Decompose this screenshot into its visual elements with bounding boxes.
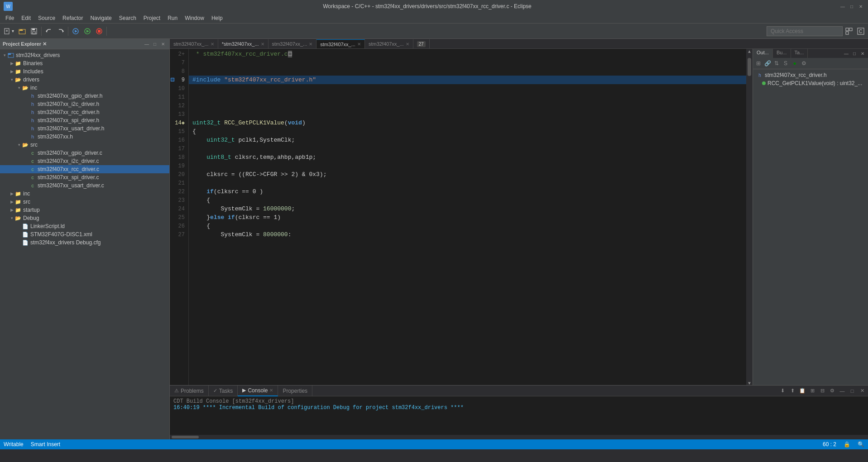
outline-collapse-all[interactable]: ⊞ [755,60,762,67]
bottom-ctrl-4[interactable]: ⊞ [808,387,816,395]
menu-navigate[interactable]: Navigate [86,14,115,22]
toolbar-redo[interactable] [55,25,66,37]
bottom-ctrl-3[interactable]: 📋 [798,387,806,395]
tree-item-usart-c[interactable]: ▶ c stm32f407xx_usart_driver.c [0,181,169,190]
close-button[interactable]: ✕ [857,3,864,10]
bottom-ctrl-1[interactable]: ⬇ [778,387,786,395]
tree-arrow-binaries[interactable]: ▶ [9,61,14,66]
sidebar-maximize[interactable]: □ [151,40,158,48]
toolbar-perspectives[interactable] [844,25,854,37]
tab-2[interactable]: *stm32f407xx_... ✕ [218,39,269,48]
tree-item-gpio-c[interactable]: ▶ c stm32f407xx_gpio_driver.c [0,149,169,157]
bottom-ctrl-close[interactable]: ✕ [858,387,866,395]
tab-num[interactable]: 27 [413,39,430,48]
tree-arrow-debug[interactable]: ▾ [9,216,14,220]
outline-item-func[interactable]: RCC_GetPCLK1Value(void) : uint32_... [755,79,866,87]
scroll-down-arrow[interactable]: ▼ [748,381,751,385]
statusbar-icon-1[interactable]: 🔒 [844,441,850,448]
tree-item-usart-h[interactable]: ▶ h stm32f407xx_usart_driver.h [0,124,169,133]
tree-item-inc[interactable]: ▾ 📂 inc [0,84,169,92]
tree-arrow-includes[interactable]: ▶ [9,69,14,74]
tab-1-close[interactable]: ✕ [211,42,214,47]
statusbar-writable[interactable]: Writable [4,441,24,448]
menu-file[interactable]: File [2,14,18,22]
tree-item-inc-top[interactable]: ▶ 📁 inc [0,190,169,198]
bottom-ctrl-minimize[interactable]: — [838,387,846,395]
tab-4-close[interactable]: ✕ [357,42,361,47]
bottom-ctrl-2[interactable]: ⬆ [788,387,796,395]
tree-arrow-inc[interactable]: ▾ [16,86,22,90]
tree-arrow-drivers[interactable]: ▾ [9,77,14,82]
scrollbar-horizontal[interactable] [170,435,868,439]
tree-item-cfg[interactable]: ▶ 📄 stm32f4xx_drivers Debug.cfg [0,238,169,247]
outline-settings[interactable]: ⚙ [800,60,807,67]
outline-link-editor[interactable]: 🔗 [764,60,771,67]
tree-arrow-startup[interactable]: ▶ [9,208,14,212]
tree-item-i2c-c[interactable]: ▶ c stm32f407xx_i2c_driver.c [0,157,169,165]
tree-item-project[interactable]: ▾ stm32f4xx_drivers [0,51,169,59]
tree-arrow-src[interactable]: ▾ [16,143,22,147]
menu-run[interactable]: Run [164,14,181,22]
scroll-up-arrow[interactable]: ▲ [748,50,751,53]
tree-item-drivers[interactable]: ▾ 📂 drivers [0,76,169,84]
console-close[interactable]: ✕ [269,388,273,393]
tree-item-spi-c[interactable]: ▶ c stm32f407xx_spi_driver.c [0,173,169,181]
scrollbar-vertical[interactable]: ▲ ▼ [746,49,753,385]
tree-item-debug[interactable]: ▾ 📂 Debug [0,214,169,222]
menu-project[interactable]: Project [140,14,164,22]
bottom-ctrl-5[interactable]: ⊟ [818,387,826,395]
tab-2-close[interactable]: ✕ [261,42,264,47]
tab-1[interactable]: stm32f407xx_... ✕ [170,39,218,48]
tree-arrow-inc-top[interactable]: ▶ [9,191,14,196]
scroll-thumb[interactable] [748,58,751,76]
tree-item-linker[interactable]: ▶ 📄 LinkerScript.ld [0,222,169,230]
bottom-ctrl-maximize[interactable]: □ [848,387,856,395]
tab-tasks[interactable]: Ta... [791,49,808,58]
statusbar-icon-2[interactable]: 🔍 [858,441,864,448]
tab-5-close[interactable]: ✕ [406,42,409,47]
toolbar-open[interactable] [17,25,28,37]
outline-show-public[interactable]: ● [791,60,798,67]
tree-item-startup[interactable]: ▶ 📁 startup [0,206,169,214]
tree-item-stm-h[interactable]: ▶ h stm32f407xx.h [0,133,169,141]
tree-item-spi-h[interactable]: ▶ h stm32f407xx_spi_driver.h [0,116,169,124]
tree-item-gpio-h[interactable]: ▶ h stm32f407xx_gpio_driver.h [0,92,169,100]
right-panel-minimize[interactable]: — [843,50,850,57]
bottom-tab-tasks[interactable]: ✓ Tasks [209,386,238,396]
right-panel-maximize[interactable]: □ [851,50,858,57]
tree-item-xml[interactable]: ▶ 📄 STM32F407G-DISC1.xml [0,230,169,238]
bottom-tab-properties[interactable]: Properties [278,386,312,396]
tab-outline[interactable]: Out... [753,49,773,58]
maximize-button[interactable]: □ [848,3,855,10]
toolbar-run[interactable] [82,25,93,37]
outline-hide-static[interactable]: S [782,60,789,67]
tab-3[interactable]: stm32f407xx_... ✕ [269,39,317,48]
toolbar-c-perspective[interactable]: C [855,25,866,37]
menu-window[interactable]: Window [181,14,208,22]
tree-item-rcc-c[interactable]: ▶ c stm32f407xx_rcc_driver.c [0,165,169,173]
statusbar-position[interactable]: 60 : 2 [823,441,836,448]
tree-item-src-top[interactable]: ▶ 📁 src [0,198,169,206]
code-editor[interactable]: 2+ 7 8 9 10 11 12 13 14◈ 15 16 17 18 [170,49,753,385]
code-content[interactable]: * stm32f407xx_rcc_driver.c□ #include "st… [189,49,746,385]
tab-5[interactable]: stm32f407xx_... ✕ [365,39,413,48]
bottom-ctrl-6[interactable]: ⚙ [828,387,836,395]
quick-access-input[interactable] [767,26,843,36]
scrollbar-h-thumb[interactable] [172,436,199,438]
tree-item-i2c-h[interactable]: ▶ h stm32f407xx_i2c_driver.h [0,100,169,108]
toolbar-stop[interactable] [94,25,105,37]
tab-build[interactable]: Bu... [773,49,791,58]
toolbar-new[interactable]: ▾ [2,25,16,37]
tree-arrow-project[interactable]: ▾ [2,53,7,57]
tree-item-includes[interactable]: ▶ 📁 Includes [0,67,169,76]
right-panel-close[interactable]: ✕ [859,50,866,57]
tab-3-close[interactable]: ✕ [309,42,312,47]
tree-arrow-src-top[interactable]: ▶ [9,200,14,204]
bottom-tab-console[interactable]: ▶ Console ✕ [238,386,278,396]
statusbar-insert-mode[interactable]: Smart Insert [31,441,60,448]
menu-source[interactable]: Source [34,14,59,22]
menu-refactor[interactable]: Refactor [59,14,86,22]
menu-search[interactable]: Search [115,14,140,22]
tree-item-binaries[interactable]: ▶ 📁 Binaries [0,59,169,67]
tree-item-rcc-h[interactable]: ▶ h stm32f407xx_rcc_driver.h [0,108,169,116]
